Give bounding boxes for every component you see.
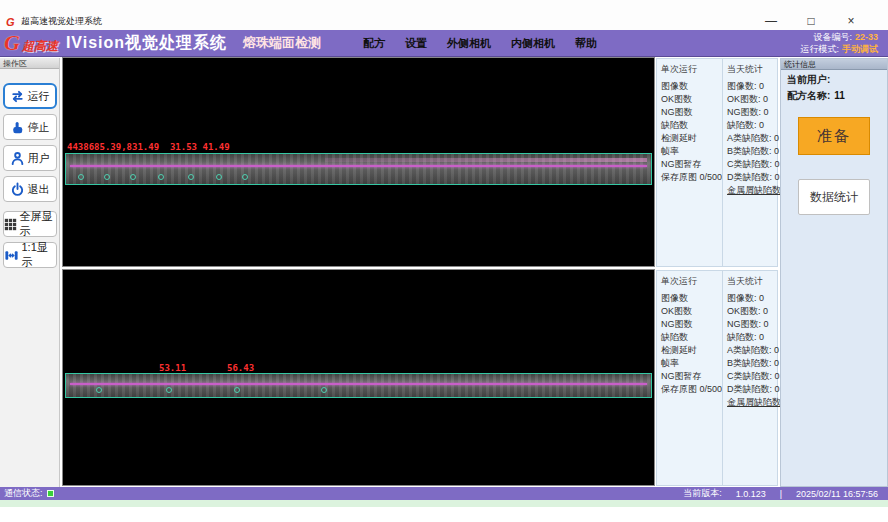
exit-button[interactable]: 退出 — [3, 176, 57, 202]
brand-logo: G 超高速 — [4, 32, 58, 55]
user-button[interactable]: 用户 — [3, 145, 57, 171]
main-area: 操作区 运行 — [0, 57, 888, 487]
detect-marker — [158, 174, 164, 180]
stat-row: OK图数 — [661, 305, 722, 318]
logo-swoosh-icon: G — [4, 32, 20, 54]
stop-button[interactable]: 停止 — [3, 114, 57, 140]
close-icon[interactable]: × — [842, 14, 860, 28]
prepare-button[interactable]: 准备 — [798, 117, 870, 155]
stat-row: NG图暂存 — [661, 158, 722, 171]
stat-row: 帧率 — [661, 357, 722, 370]
current-user-row: 当前用户: — [781, 70, 887, 86]
camera-panel-top[interactable]: 4438685.39,831.49 31.53 41.49 — [62, 57, 655, 267]
detect-marker — [234, 387, 240, 393]
stat-row: 检测延时 — [661, 132, 722, 145]
stat-row: 图像数 — [661, 292, 722, 305]
stat-row: 缺陷数 — [661, 119, 722, 132]
save-image-row: 保存原图 0/500 — [661, 171, 722, 184]
menu-recipe[interactable]: 配方 — [363, 36, 385, 51]
version-label: 当前版本: — [683, 487, 722, 500]
save-image-row: 保存原图 0/500 — [661, 383, 722, 396]
fullscreen-button-label: 全屏显示 — [20, 209, 56, 239]
stat-row: NG图数 — [661, 106, 722, 119]
power-icon — [10, 182, 25, 197]
version-zone: 当前版本: 1.0.123 | 2025/02/11 16:57:56 — [683, 487, 878, 500]
detect-marker — [166, 387, 172, 393]
stats-column: 单次运行 图像数OK图数NG图数缺陷数检测延时帧率NG图暂存 保存原图 0/50… — [656, 57, 778, 487]
comm-status-indicator — [47, 490, 54, 497]
stop-hand-icon — [10, 120, 25, 135]
window-bottom-edge — [0, 500, 888, 507]
info-panel: 统计信息 当前用户: 配方名称:11 准备 数据统计 — [780, 58, 888, 487]
window-titlebar: G 超高速视觉处理系统 — □ × — [0, 0, 888, 30]
datetime: 2025/02/11 16:57:56 — [796, 489, 878, 499]
recipe-name-value: 11 — [834, 90, 845, 101]
stats-panel-top: 单次运行 图像数OK图数NG图数缺陷数检测延时帧率NG图暂存 保存原图 0/50… — [656, 58, 778, 267]
laser-highlight — [325, 158, 647, 162]
stop-button-label: 停止 — [28, 120, 50, 135]
measurement-annotation: 56.43 — [227, 363, 254, 373]
camera-panel-bottom[interactable]: 53.11 56.43 — [62, 269, 655, 486]
single-run-stats: 单次运行 图像数OK图数NG图数缺陷数检测延时帧率NG图暂存 保存原图 0/50… — [657, 59, 722, 266]
measurement-annotation: 4438685.39,831.49 31.53 41.49 — [67, 142, 230, 152]
device-info: 设备编号:22-33 运行模式:手动调试 — [800, 31, 878, 55]
divider: | — [780, 489, 782, 499]
menu-settings[interactable]: 设置 — [405, 36, 427, 51]
menu-outer-camera[interactable]: 外侧相机 — [447, 36, 491, 51]
one-to-one-icon — [4, 248, 19, 263]
menu-bar: 配方 设置 外侧相机 内侧相机 帮助 — [363, 36, 597, 51]
detect-marker — [96, 387, 102, 393]
camera-viewport: 4438685.39,831.49 31.53 41.49 53.11 56.4… — [62, 57, 655, 487]
weld-strip-image — [65, 373, 652, 398]
device-number-value: 22-33 — [855, 32, 878, 42]
single-run-stats: 单次运行 图像数OK图数NG图数缺陷数检测延时帧率NG图暂存 保存原图 0/50… — [657, 271, 722, 485]
detect-marker — [78, 174, 84, 180]
run-sync-icon — [10, 89, 25, 104]
maximize-icon[interactable]: □ — [802, 14, 820, 28]
minimize-icon[interactable]: — — [762, 14, 780, 28]
stat-row: 检测延时 — [661, 344, 722, 357]
one-to-one-button[interactable]: 1:1显示 — [3, 242, 57, 268]
comm-status: 通信状态: — [4, 487, 54, 500]
comm-status-label: 通信状态: — [4, 487, 43, 500]
sidebar-title: 操作区 — [0, 58, 59, 69]
stat-row: 图像数 — [661, 80, 722, 93]
detect-marker — [130, 174, 136, 180]
run-button[interactable]: 运行 — [3, 83, 57, 109]
app-window: G 超高速视觉处理系统 — □ × G 超高速 IVision视觉处理系统 熔珠… — [0, 0, 888, 522]
user-icon — [10, 151, 25, 166]
data-statistics-button[interactable]: 数据统计 — [798, 179, 870, 215]
laser-line — [70, 383, 647, 385]
single-run-title: 单次运行 — [661, 275, 722, 288]
brand-name: 超高速 — [22, 38, 58, 55]
recipe-name-row: 配方名称:11 — [781, 86, 887, 102]
exit-button-label: 退出 — [28, 182, 50, 197]
stat-row: NG图暂存 — [661, 370, 722, 383]
detect-marker — [104, 174, 110, 180]
page-subtitle: 熔珠端面检测 — [243, 34, 321, 52]
page-title: IVision视觉处理系统 — [66, 33, 227, 54]
stats-panel-bottom: 单次运行 图像数OK图数NG图数缺陷数检测延时帧率NG图暂存 保存原图 0/50… — [656, 270, 778, 486]
run-button-label: 运行 — [28, 89, 50, 104]
menu-help[interactable]: 帮助 — [575, 36, 597, 51]
device-number-label: 设备编号: — [813, 32, 852, 42]
operation-sidebar: 操作区 运行 — [0, 58, 60, 487]
version-value: 1.0.123 — [736, 489, 766, 499]
weld-strip-image — [65, 153, 652, 185]
detect-marker — [188, 174, 194, 180]
run-mode-value: 手动调试 — [842, 44, 878, 54]
stat-row: OK图数 — [661, 93, 722, 106]
stat-row: NG图数 — [661, 318, 722, 331]
single-run-title: 单次运行 — [661, 63, 722, 76]
one-to-one-button-label: 1:1显示 — [22, 240, 56, 270]
fullscreen-button[interactable]: 全屏显示 — [3, 211, 57, 237]
menu-inner-camera[interactable]: 内侧相机 — [511, 36, 555, 51]
detect-marker — [242, 174, 248, 180]
status-bar: 通信状态: 当前版本: 1.0.123 | 2025/02/11 16:57:5… — [0, 487, 888, 500]
detect-marker — [216, 174, 222, 180]
laser-line — [70, 165, 647, 167]
app-icon: G — [6, 17, 16, 27]
stat-row: 帧率 — [661, 145, 722, 158]
user-button-label: 用户 — [28, 151, 50, 166]
stat-row: 缺陷数 — [661, 331, 722, 344]
